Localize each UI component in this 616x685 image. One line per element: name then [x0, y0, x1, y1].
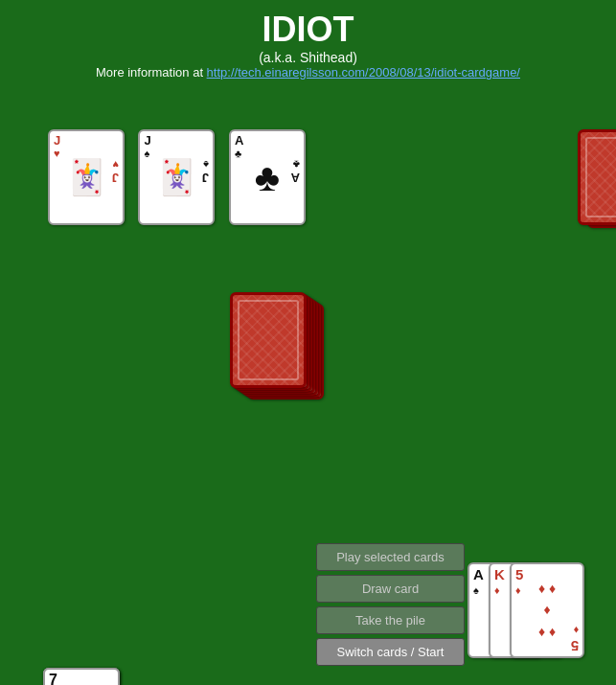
opponent-card-3-rank-bottom: A♣	[235, 159, 300, 184]
header: IDIOT (a.k.a. Shithead) More information…	[0, 0, 616, 80]
player-faceup-kd-rank: K♦	[494, 567, 505, 596]
info-link[interactable]: http://tech.einaregilsson.com/2008/08/13…	[207, 65, 520, 80]
info-line: More information at http://tech.einaregi…	[0, 65, 616, 80]
opponent-card-1-rank: J♥	[54, 134, 119, 159]
play-selected-button[interactable]: Play selected cards	[316, 543, 465, 571]
info-prefix: More information at	[96, 65, 207, 80]
game-title: IDIOT	[0, 10, 616, 50]
switch-start-button[interactable]: Switch cards / Start	[316, 638, 465, 666]
player-faceup-5d-rank: 5♦	[515, 567, 523, 596]
opponent-card-3: A♣ ♣ A♣	[229, 129, 306, 225]
player-faceup-stack: A♠ ♠ A♠ K♦ K♦ 5♦ ♦ ♦♦♦ ♦ 5♦	[468, 562, 549, 668]
opponent-card-1-suit: ♥	[54, 148, 60, 159]
deck-card-top	[230, 292, 307, 388]
game-subtitle: (a.k.a. Shithead)	[0, 50, 616, 65]
opponent-cards-area: J♥ 🃏 J♥ J♠ 🃏 J♠ A♣ ♣ A♣	[48, 129, 306, 225]
opponent-card-2-rank-bottom: J♠	[144, 159, 209, 184]
button-panel: Play selected cards Draw card Take the p…	[316, 543, 465, 666]
player-faceup-as-rank: A♠	[473, 567, 484, 596]
opponent-card-1: J♥ 🃏 J♥	[48, 129, 125, 225]
player-card-7c-rank: 7♣	[49, 673, 57, 685]
player-faceup-5-diamonds[interactable]: 5♦ ♦ ♦♦♦ ♦ 5♦	[510, 562, 584, 658]
take-pile-button[interactable]: Take the pile	[316, 606, 465, 634]
draw-pile-card-back-2	[578, 129, 616, 225]
center-deck	[230, 292, 335, 426]
opponent-card-1-rank-bottom: J♥	[54, 159, 119, 184]
draw-card-button[interactable]: Draw card	[316, 575, 465, 603]
opponent-card-2-rank: J♠	[144, 134, 209, 159]
opponent-card-2: J♠ 🃏 J♠	[138, 129, 215, 225]
player-faceup-cards: A♠ ♠ A♠ K♦ K♦ 5♦ ♦ ♦♦♦ ♦ 5♦	[468, 562, 549, 668]
player-card-7c[interactable]: 7♣ ♣ ♣ ♣♣♣ ♣ ♣ 7♣	[43, 668, 120, 685]
player-faceup-5d-pips: ♦ ♦♦♦ ♦	[538, 578, 556, 642]
